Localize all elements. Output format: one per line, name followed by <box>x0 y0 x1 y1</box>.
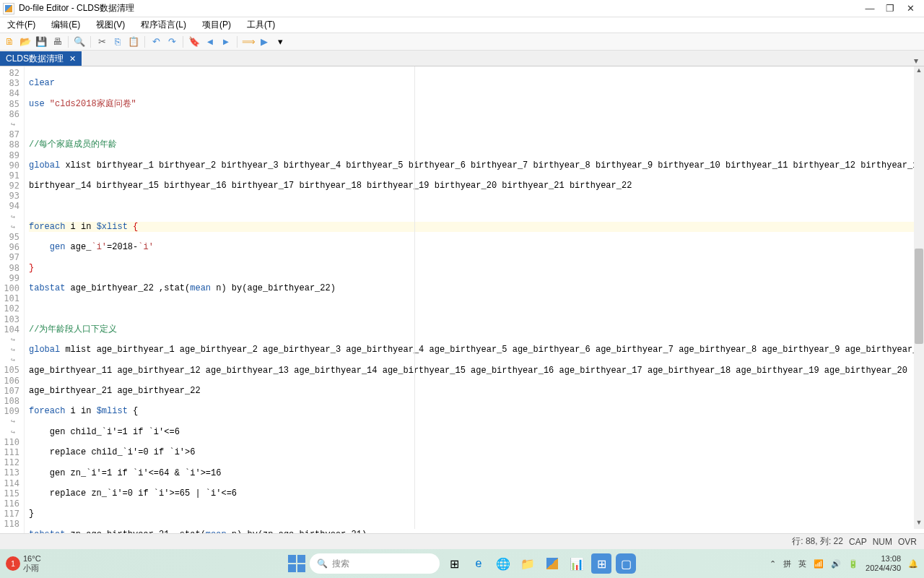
status-bar: 行: 88, 列: 22 CAP NUM OVR <box>0 533 924 549</box>
minimize-button[interactable]: — <box>865 4 875 14</box>
print-icon[interactable]: 🖶 <box>51 35 64 48</box>
tray-chevron-icon[interactable]: ⌃ <box>770 559 776 569</box>
volume-icon[interactable]: 🔊 <box>831 559 841 569</box>
tab-menu-icon[interactable]: ▾ <box>908 56 924 66</box>
num-indicator: NUM <box>873 537 892 547</box>
open-icon[interactable]: 📂 <box>19 35 32 48</box>
taskview-icon[interactable]: ⊞ <box>444 553 464 574</box>
tab-bar: CLDS数据清理 ✕ ▾ <box>0 51 924 66</box>
weather-widget[interactable]: 1 16°C 小雨 <box>6 554 41 574</box>
restore-button[interactable]: ❐ <box>885 4 895 14</box>
run-icon[interactable]: ⟹ <box>242 35 255 48</box>
clock[interactable]: 13:08 2024/4/30 <box>866 554 901 573</box>
line-gutter: 82 83 84 85 86 87 88 89 90 91 92 93 94 9… <box>0 66 25 545</box>
code-area[interactable]: clear use "clds2018家庭问卷" //每个家庭成员的年龄 glo… <box>25 66 924 545</box>
caps-indicator: CAP <box>849 537 867 547</box>
menu-lang[interactable]: 程序语言(L) <box>138 17 189 33</box>
menu-view[interactable]: 视图(V) <box>93 17 128 33</box>
window-title: Do-file Editor - CLDS数据清理 <box>19 2 865 14</box>
undo-icon[interactable]: ↶ <box>149 35 162 48</box>
cut-icon[interactable]: ✂ <box>95 35 108 48</box>
search-placeholder: 搜索 <box>332 558 349 570</box>
scroll-up-icon[interactable]: ▲ <box>914 66 924 77</box>
search-box[interactable]: 🔍 搜索 <box>310 553 440 574</box>
system-tray: ⌃ 拼 英 📶 🔊 🔋 13:08 2024/4/30 🔔 <box>770 554 918 573</box>
app-icon-4[interactable]: ▢ <box>616 553 636 574</box>
separator <box>90 36 91 48</box>
tab-file[interactable]: CLDS数据清理 ✕ <box>0 51 82 66</box>
tab-close-icon[interactable]: ✕ <box>69 54 76 64</box>
battery-icon[interactable]: 🔋 <box>848 559 858 569</box>
bookmark-icon[interactable]: 🔖 <box>188 35 201 48</box>
scroll-down-icon[interactable]: ▼ <box>914 519 924 529</box>
chrome-icon[interactable]: 🌐 <box>493 553 513 574</box>
menu-project[interactable]: 项目(P) <box>199 17 234 33</box>
start-button[interactable] <box>288 555 305 572</box>
bookmark-prev-icon[interactable]: ◄ <box>204 35 217 48</box>
paste-icon[interactable]: 📋 <box>127 35 140 48</box>
menu-edit[interactable]: 编辑(E) <box>48 17 83 33</box>
weather-cond: 小雨 <box>23 563 41 574</box>
close-button[interactable]: ✕ <box>905 4 915 14</box>
clock-date: 2024/4/30 <box>866 564 901 573</box>
edge-icon[interactable]: e <box>468 553 489 574</box>
tab-label: CLDS数据清理 <box>6 53 64 65</box>
app-icon-3[interactable]: ⊞ <box>591 553 611 574</box>
ime-indicator[interactable]: 拼 <box>783 558 791 569</box>
copy-icon[interactable]: ⎘ <box>111 35 124 48</box>
weather-temp: 16°C <box>23 554 41 563</box>
notifications-icon[interactable]: 🔔 <box>908 559 918 569</box>
execute-dropdown-icon[interactable]: ▾ <box>274 35 287 48</box>
separator <box>68 36 69 48</box>
save-icon[interactable]: 💾 <box>35 35 48 48</box>
taskbar: 1 16°C 小雨 🔍 搜索 ⊞ e 🌐 📁 📊 ⊞ ▢ ⌃ 拼 英 📶 🔊 🔋… <box>0 549 924 578</box>
redo-icon[interactable]: ↷ <box>165 35 178 48</box>
cursor-position: 行: 88, 列: 22 <box>792 535 843 548</box>
menu-tools[interactable]: 工具(T) <box>244 17 278 33</box>
ovr-indicator: OVR <box>898 537 917 547</box>
title-bar: Do-file Editor - CLDS数据清理 — ❐ ✕ <box>0 0 924 17</box>
weather-icon: 1 <box>6 556 20 571</box>
find-icon[interactable]: 🔍 <box>73 35 86 48</box>
editor[interactable]: 82 83 84 85 86 87 88 89 90 91 92 93 94 9… <box>0 66 924 545</box>
menu-file[interactable]: 文件(F) <box>4 17 38 33</box>
vertical-scrollbar[interactable]: ▲ ▼ <box>914 66 924 529</box>
app-icon-2[interactable]: 📊 <box>567 553 587 574</box>
bookmark-next-icon[interactable]: ► <box>219 35 232 48</box>
separator <box>144 36 145 48</box>
separator <box>237 36 237 48</box>
wifi-icon[interactable]: 📶 <box>814 559 824 569</box>
stata-icon[interactable] <box>542 553 562 574</box>
scroll-thumb[interactable] <box>915 249 923 344</box>
separator <box>183 36 183 48</box>
clock-time: 13:08 <box>866 554 901 564</box>
execute-icon[interactable]: ▶ <box>258 35 271 48</box>
toolbar: 🗎 📂 💾 🖶 🔍 ✂ ⎘ 📋 ↶ ↷ 🔖 ◄ ► ⟹ ▶ ▾ <box>0 33 924 51</box>
explorer-icon[interactable]: 📁 <box>518 553 538 574</box>
ime-lang[interactable]: 英 <box>798 558 806 569</box>
search-icon: 🔍 <box>317 558 328 569</box>
menu-bar: 文件(F) 编辑(E) 视图(V) 程序语言(L) 项目(P) 工具(T) <box>0 17 924 33</box>
new-icon[interactable]: 🗎 <box>3 35 16 48</box>
page-width-guide <box>414 66 415 529</box>
app-icon <box>3 3 14 14</box>
